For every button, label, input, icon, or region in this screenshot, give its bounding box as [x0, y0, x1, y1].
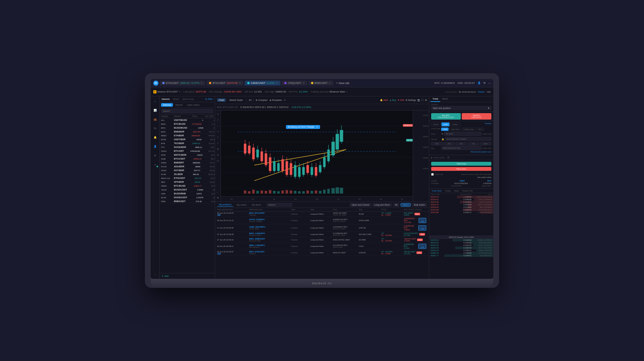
tab-markets[interactable]: Markets — [161, 103, 173, 107]
market-row[interactable]: GRN BUSD/BNB 24272 13.34 K — [160, 192, 215, 196]
auto-confirm-label[interactable]: Auto-confirm orders — [431, 176, 491, 178]
positions-search-input[interactable] — [267, 203, 292, 207]
nav-left-icon[interactable]: ← — [216, 190, 220, 194]
compare-btn[interactable]: ⊕ Compare — [256, 99, 268, 102]
ob-bid-row[interactable]: 33370.28 0.290000 9677.38120000 — [429, 247, 493, 249]
profile-icon[interactable]: 👤 — [478, 82, 481, 84]
sell-btn-chart[interactable]: ▼ Sell — [397, 99, 404, 101]
sidebar-gear-icon[interactable]: ⚙ — [152, 152, 158, 158]
buy-input[interactable] — [441, 146, 481, 150]
market-row[interactable]: Watch list ETH/USDT 1831.02 33.37 K — [160, 176, 215, 180]
tab-open-orders[interactable]: Open orders — [185, 103, 202, 107]
filter-account-btn[interactable]: All — [393, 203, 400, 207]
market-row[interactable]: ALL USDT/BUSD 1 1.54 M — [160, 118, 215, 122]
rp-tab-alerts[interactable]: Alerts — [440, 96, 450, 102]
settings-icon[interactable]: ⚙ — [483, 82, 486, 84]
sidebar-home-icon[interactable]: ⌂ — [152, 98, 158, 104]
place-short-btn[interactable]: Place short — [431, 167, 491, 171]
sidebar-expand-icon[interactable]: ⋮ — [152, 271, 158, 277]
add-btn[interactable]: + Add — [418, 244, 426, 249]
tab-btc[interactable]: BTC/USDT 33375.88 ✕ — [206, 81, 243, 85]
tab-bnb-close[interactable]: ✕ — [329, 82, 331, 84]
market-row[interactable]: RED SPX/BDR 26036 24.30 K — [160, 180, 215, 184]
tab-crq-close[interactable]: ✕ — [303, 82, 305, 84]
zoom-in-tool[interactable]: ⊕ — [216, 147, 220, 151]
position-selector[interactable]: Start new position ▼ — [431, 106, 491, 110]
market-row[interactable]: BIUS BNB/BDR 3907145 762.17 K — [160, 130, 215, 134]
market-row[interactable]: ORNG BTC/BUSD 12860.77 24.30 K — [160, 184, 215, 188]
ob-ask-row[interactable]: 33375.88 0.353171 11768.60534815 — [429, 211, 493, 214]
ob-bid-row[interactable]: 33373.64 0.504908 16850.61782512 — [429, 239, 493, 241]
exit-btn[interactable]: Exit — [414, 213, 420, 215]
post-only-checkbox[interactable] — [431, 173, 434, 176]
sidebar-bell-icon[interactable]: 🔔 — [152, 134, 158, 140]
ob-ask-row[interactable]: 33379.61 0.046500 1552.15186500 — [429, 198, 493, 201]
tab-crq[interactable]: CRQ/USDT ✕ — [282, 81, 307, 85]
pct-50[interactable]: 50% — [456, 142, 467, 145]
expand-icon[interactable]: ▶ — [431, 156, 433, 159]
market-row[interactable]: BMEX ETH/BDR 29800000 476.84 K — [160, 134, 215, 138]
place-long-btn[interactable]: Place long — [431, 162, 491, 166]
tab-cake-close[interactable]: ✕ — [276, 82, 278, 84]
market-row[interactable]: YELW BUSD/USDT 0.9999 19.97 K — [160, 188, 215, 192]
filter-side-btn[interactable]: Long and Short — [373, 203, 392, 207]
line-tool[interactable]: ╱ — [216, 118, 220, 122]
ob-bid-row[interactable]: 33370.33 0.248301 8285.86830933 — [429, 241, 493, 244]
triangle-annotation[interactable]: Breaking out from Triangle ✕ — [286, 125, 320, 129]
eye-tool[interactable]: ◎ — [216, 158, 220, 163]
h-line-tool[interactable]: — — [216, 123, 220, 128]
layout-name[interactable]: My advanced layout — [459, 91, 476, 93]
templates-btn[interactable]: ◈ Templates — [270, 99, 282, 102]
pct-10[interactable]: 10% — [431, 142, 443, 145]
ob-bid-row[interactable]: 33369.79 0.035329 1178.92131091 — [429, 252, 493, 254]
annotation-close-icon[interactable]: ✕ — [316, 126, 318, 128]
alert-btn[interactable]: 🔔 Alert — [380, 99, 388, 102]
select-btn[interactable]: Select — [401, 203, 411, 207]
presets-btn[interactable]: Presets — [485, 122, 491, 126]
pct-25[interactable]: 25% — [443, 142, 455, 145]
zoom-out-tool[interactable]: ⊖ — [216, 152, 220, 157]
sidebar-percent-icon[interactable]: % — [152, 125, 158, 131]
add-btn[interactable]: + Add — [419, 218, 426, 223]
filter-type-btn[interactable]: Open and Closed — [350, 203, 371, 207]
popout-icon[interactable]: ⊞ — [425, 99, 427, 102]
risk-position-link[interactable]: Risk-based position size — [431, 151, 491, 153]
market-search-input[interactable] — [161, 109, 213, 113]
market-row[interactable]: BIFU BUSD/BUSD 14506 1.04 M — [160, 126, 215, 130]
measure-tool[interactable]: ⊹ — [216, 141, 220, 145]
market-row[interactable]: KRNX BNB/BRT 3960003 73.27 K — [160, 161, 215, 165]
sell-btc-button[interactable]: Sell BTC 0.055448 BTC — [462, 113, 491, 120]
settings-btn-chart[interactable]: ⚙ Settings — [405, 99, 416, 102]
ob-bid-row[interactable]: 33370.31 0.192423 6421.21516113 — [429, 244, 493, 247]
market-row[interactable]: BTRX USDT/BDR 14515 262.91 K — [160, 138, 215, 141]
sidebar-status-icon[interactable]: ● — [152, 161, 158, 167]
camera-icon[interactable]: 📷 — [417, 99, 420, 102]
ob-ask-row[interactable]: 33379.76 1.248000 41657.394048000 — [429, 196, 493, 198]
chart-tab-depth[interactable]: Market Depth — [228, 98, 244, 102]
buy-btc-button[interactable]: Buy BTC 6123.37602303 USDT — [431, 113, 461, 120]
market-row[interactable]: GDAX BTC/ORT 476164190 147.16 K — [160, 149, 215, 153]
ob-ask-row[interactable]: 33379.43 0.059999 2002.764200000 — [429, 203, 493, 206]
market-row[interactable]: OKEX DOT/BDR 207777 59.09 K — [160, 169, 215, 172]
widgets-btn[interactable]: Widgets — [478, 91, 485, 93]
ob-ask-row[interactable]: 33375.88 0.068599 2222.80023212 — [429, 209, 493, 211]
ob-ask-row[interactable]: 33378.95 0.014984 500.15018680 — [429, 206, 493, 209]
market-row[interactable]: BINA BTC/BUSD 477036258 1.18 M — [160, 122, 215, 126]
alert-icon[interactable]: ⚑ — [216, 196, 220, 200]
pct-100[interactable]: 100% — [480, 142, 491, 145]
market-row[interactable]: PINK BNB/USDT 273.18 12.05 K — [160, 200, 215, 203]
sidebar-person-icon[interactable]: 👤 — [152, 143, 158, 149]
spend-input[interactable] — [445, 137, 491, 141]
ob-tab-news[interactable]: News — [453, 190, 460, 192]
sidebar-portfolio-icon[interactable]: 💼 — [152, 116, 158, 122]
fullscreen-icon[interactable]: ⛶ — [421, 99, 424, 101]
hide-btn[interactable]: Hide — [487, 91, 491, 93]
ob-bid-row[interactable]: 33367.77 0.004932 164.60431091 — [429, 254, 493, 257]
tab-btc-close[interactable]: ✕ — [239, 82, 241, 84]
market-row[interactable]: HUBI BTC/USDT 32859.24 88.44 K — [160, 157, 215, 161]
ob-tab-book[interactable]: Order Book — [431, 190, 443, 192]
add-market-btn[interactable]: + Add — [160, 273, 215, 279]
tab-my-orders[interactable]: My orders — [235, 203, 249, 207]
exit-btn[interactable]: Exit — [419, 233, 425, 236]
trailing-stop-btn[interactable]: Trailing stop — [462, 128, 475, 131]
